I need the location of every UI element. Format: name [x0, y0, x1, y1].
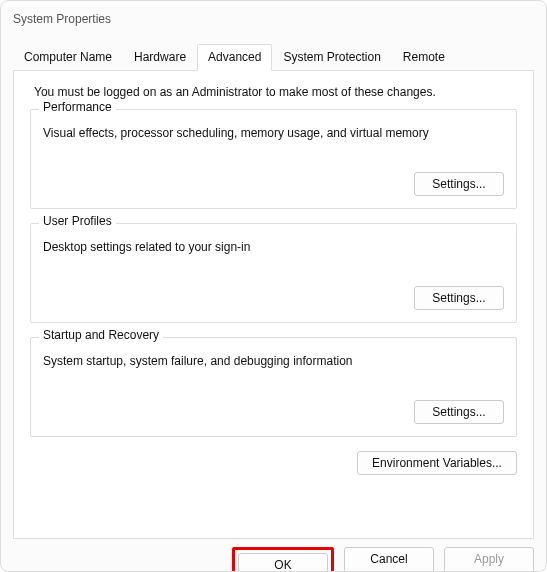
- titlebar: System Properties: [1, 1, 546, 37]
- startup-recovery-group-body: System startup, system failure, and debu…: [43, 354, 504, 424]
- environment-variables-row: Environment Variables...: [30, 451, 517, 475]
- tab-strip: Computer Name Hardware Advanced System P…: [13, 43, 534, 71]
- tab-system-protection[interactable]: System Protection: [272, 44, 391, 71]
- tab-computer-name[interactable]: Computer Name: [13, 44, 123, 71]
- performance-settings-button[interactable]: Settings...: [414, 172, 504, 196]
- performance-group-body: Visual effects, processor scheduling, me…: [43, 126, 504, 196]
- environment-variables-button[interactable]: Environment Variables...: [357, 451, 517, 475]
- startup-recovery-group: Startup and Recovery System startup, sys…: [30, 337, 517, 437]
- advanced-tab-panel: You must be logged on as an Administrato…: [13, 71, 534, 539]
- user-profiles-group-body: Desktop settings related to your sign-in…: [43, 240, 504, 310]
- performance-group-title: Performance: [39, 100, 116, 114]
- window-title: System Properties: [13, 12, 111, 26]
- system-properties-window: System Properties Computer Name Hardware…: [0, 0, 547, 572]
- performance-group: Performance Visual effects, processor sc…: [30, 109, 517, 209]
- startup-recovery-group-title: Startup and Recovery: [39, 328, 163, 342]
- startup-recovery-settings-button[interactable]: Settings...: [414, 400, 504, 424]
- user-profiles-group: User Profiles Desktop settings related t…: [30, 223, 517, 323]
- user-profiles-desc: Desktop settings related to your sign-in: [43, 240, 504, 254]
- performance-desc: Visual effects, processor scheduling, me…: [43, 126, 504, 140]
- cancel-button[interactable]: Cancel: [344, 547, 434, 572]
- ok-highlight-box: OK: [232, 547, 334, 572]
- dialog-button-row: OK Cancel Apply: [13, 547, 534, 572]
- tab-remote[interactable]: Remote: [392, 44, 456, 71]
- tab-hardware[interactable]: Hardware: [123, 44, 197, 71]
- close-icon[interactable]: [510, 12, 534, 26]
- user-profiles-settings-button[interactable]: Settings...: [414, 286, 504, 310]
- apply-button[interactable]: Apply: [444, 547, 534, 572]
- user-profiles-group-title: User Profiles: [39, 214, 116, 228]
- ok-button[interactable]: OK: [238, 553, 328, 572]
- startup-recovery-desc: System startup, system failure, and debu…: [43, 354, 504, 368]
- tab-advanced[interactable]: Advanced: [197, 44, 272, 71]
- admin-notice-text: You must be logged on as an Administrato…: [34, 85, 517, 99]
